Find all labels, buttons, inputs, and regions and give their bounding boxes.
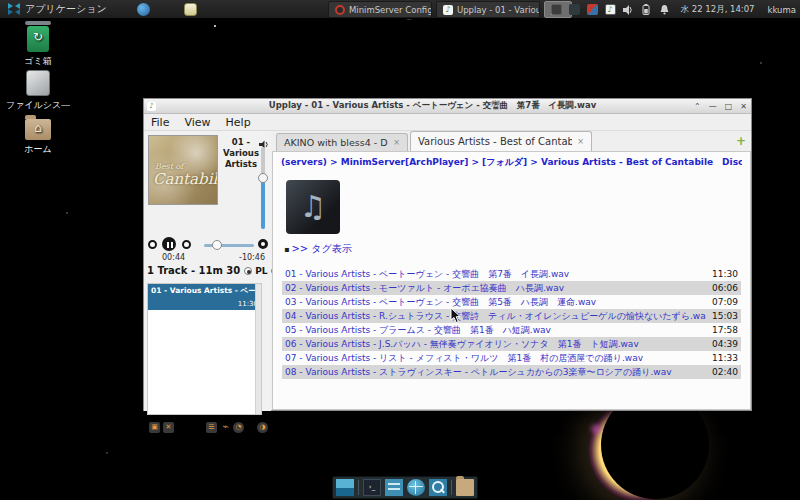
tab-close-icon[interactable]: × — [577, 137, 584, 146]
clock[interactable]: 水 22 12月, 14:07 — [681, 4, 755, 16]
desktop-icon-trash[interactable]: ゴミ箱 — [6, 26, 70, 68]
close-button[interactable]: ✕ — [740, 102, 747, 111]
track-row[interactable]: 03 - Various Artists - ベートーヴェン - 交響曲 第5番… — [282, 295, 741, 309]
repeat-icon[interactable]: ◔ — [233, 422, 244, 433]
playlist-scrollbar[interactable] — [255, 284, 261, 414]
window-title: Upplay - 01 - Various Artists - ベートーヴェン … — [174, 100, 691, 112]
track-row[interactable]: 08 - Various Artists - ストラヴィンスキー - ペトルーシ… — [282, 365, 741, 379]
battery-tray-icon[interactable] — [641, 4, 652, 15]
browser-content: (servers) > MinimServer[ArchPlayer] > [フ… — [272, 151, 751, 410]
track-row[interactable]: 01 - Various Artists - ベートーヴェン - 交響曲 第7番… — [282, 267, 741, 281]
desktop-icon-filesystem[interactable]: ファイルシス― — [6, 70, 70, 112]
track-list: 01 - Various Artists - ベートーヴェン - 交響曲 第7番… — [282, 267, 741, 379]
album-thumbnail-note-icon: ♫ — [286, 180, 340, 234]
volume-slider-handle[interactable] — [258, 173, 268, 183]
launcher-browser-icon[interactable] — [137, 3, 150, 16]
star — [106, 452, 108, 454]
track-row[interactable]: 07 - Various Artists - リスト - メフィスト・ワルツ 第… — [282, 351, 741, 365]
breadcrumb[interactable]: (servers) > MinimServer[ArchPlayer] > [フ… — [281, 156, 742, 169]
star — [66, 212, 68, 214]
volume-tray-icon[interactable] — [623, 4, 634, 15]
show-tags-link[interactable]: ▪>> タグ表示 — [284, 242, 352, 256]
tab-cantabile[interactable]: Various Artists - Best of Cantabile Disc… — [410, 131, 592, 151]
window-buttons-area: MinimServer Configurat… ♪ Upplay - 01 - … — [328, 1, 572, 18]
home-folder-icon — [25, 119, 51, 140]
window-icon: ♪ — [147, 102, 156, 111]
menu-file[interactable]: File — [151, 116, 169, 129]
playlist-summary: 1 Track - 11m 30 — [147, 265, 240, 276]
menu-bar: File View Help — [144, 114, 751, 131]
sweep-icon[interactable]: ⌁ — [220, 422, 231, 433]
dock-separator — [358, 480, 359, 495]
top-panel: アプリケーション MinimServer Configurat… ♪ Uppla… — [0, 0, 800, 19]
notifications-bell-icon[interactable] — [659, 4, 670, 15]
new-tab-button[interactable]: + — [736, 136, 746, 146]
dock-separator — [451, 480, 452, 495]
search-icon[interactable] — [429, 479, 447, 496]
taskbar-item-upplay[interactable]: ♪ Upplay - 01 - Various Ar… — [436, 1, 540, 18]
playlist-mode-radio[interactable] — [244, 267, 252, 275]
track-row[interactable]: 06 - Various Artists - J.S.バッハ - 無伴奏ヴァイオ… — [282, 337, 741, 351]
trash-icon — [27, 26, 49, 52]
eclipse-fringe — [591, 424, 601, 434]
track-row[interactable]: 05 - Various Artists - ブラームス - 交響曲 第1番 ハ… — [282, 323, 741, 337]
shade-button[interactable]: ⌃ — [694, 102, 701, 111]
tab-close-icon[interactable]: × — [393, 138, 400, 147]
star — [760, 62, 762, 64]
minimize-button[interactable]: — — [709, 102, 717, 111]
player-pane: Best of Cantabile 01 - Various Artists 0… — [144, 131, 271, 411]
window-titlebar[interactable]: ♪ Upplay - 01 - Various Artists - ベートーヴェ… — [144, 99, 751, 114]
library-browser-pane: AKINO with bless4 - Decennia × Various A… — [271, 131, 752, 411]
playlist-panel: 01 - Various Artists - ベートーヴェン - 11:30 — [147, 283, 262, 415]
playlist-tool-icon[interactable]: ▣ — [149, 422, 160, 433]
show-desktop-icon[interactable] — [336, 479, 354, 496]
terminal-icon[interactable]: ›_ — [363, 479, 381, 496]
stop-button[interactable] — [258, 239, 268, 249]
applications-menu[interactable]: アプリケーション — [0, 0, 115, 18]
taskbar-item-minimserver[interactable]: MinimServer Configurat… — [328, 1, 432, 18]
web-browser-icon[interactable] — [407, 479, 425, 496]
track-row[interactable]: 02 - Various Artists - モーツァルト - オーボエ協奏曲 … — [282, 281, 741, 295]
seek-slider-handle[interactable] — [212, 240, 222, 250]
pause-button[interactable] — [162, 237, 176, 251]
next-button[interactable] — [182, 240, 191, 249]
mouse-cursor — [450, 308, 462, 324]
tab-bar: AKINO with bless4 - Decennia × Various A… — [271, 131, 752, 151]
dock: ›_ — [332, 476, 478, 499]
maximize-button[interactable]: □ — [725, 102, 733, 111]
minimserver-icon — [335, 5, 345, 15]
file-manager-icon[interactable] — [385, 479, 403, 496]
network-tray-icon[interactable] — [587, 4, 598, 15]
playlist-summary-row: 1 Track - 11m 30 PL RD — [147, 265, 269, 279]
playlist-item-selected[interactable]: 01 - Various Artists - ベートーヴェン - 11:30 — [148, 284, 261, 310]
menu-view[interactable]: View — [184, 116, 210, 129]
window-controls: ⌃ — □ ✕ — [694, 99, 747, 114]
upplay-icon: ♪ — [443, 5, 453, 15]
remaining-time: -10:46 — [239, 253, 265, 262]
elapsed-time: 00:44 — [162, 253, 185, 262]
desktop-icon-home[interactable]: ホーム — [6, 114, 70, 156]
music-note-tray-icon[interactable]: ♪ — [605, 4, 616, 15]
track-row[interactable]: 04 - Various Artists - R.シュトラウス - 交響詩 ティ… — [282, 309, 741, 323]
seek-slider[interactable] — [204, 244, 254, 247]
upplay-window: ♪ Upplay - 01 - Various Artists - ベートーヴェ… — [143, 98, 752, 411]
star — [214, 25, 216, 27]
list-view-icon[interactable]: ☰ — [206, 422, 217, 433]
bullet-icon: ▪ — [284, 245, 289, 254]
filesystem-icon — [26, 70, 50, 96]
player-toolbar: ▣ ✕ ☰ ⌁ ◔ ◑ — [144, 419, 271, 437]
launcher-notes-icon[interactable] — [184, 3, 197, 16]
album-art: Best of Cantabile — [148, 135, 218, 205]
menu-help[interactable]: Help — [226, 116, 251, 129]
clipboard-tray-icon[interactable] — [551, 4, 562, 15]
remove-tool-icon[interactable]: ✕ — [163, 422, 174, 433]
volume-slider[interactable] — [261, 147, 265, 229]
tab-akino[interactable]: AKINO with bless4 - Decennia × — [276, 133, 408, 151]
shuffle-icon[interactable]: ◑ — [257, 422, 268, 433]
session-user-label[interactable]: kkuma — [768, 5, 796, 15]
previous-button[interactable] — [148, 240, 157, 249]
status-tray-icon[interactable] — [569, 4, 580, 15]
system-tray: ♪ 水 22 12月, 14:07 kkuma — [551, 0, 796, 19]
applications-menu-label: アプリケーション — [25, 2, 107, 16]
folder-icon[interactable] — [456, 479, 474, 496]
